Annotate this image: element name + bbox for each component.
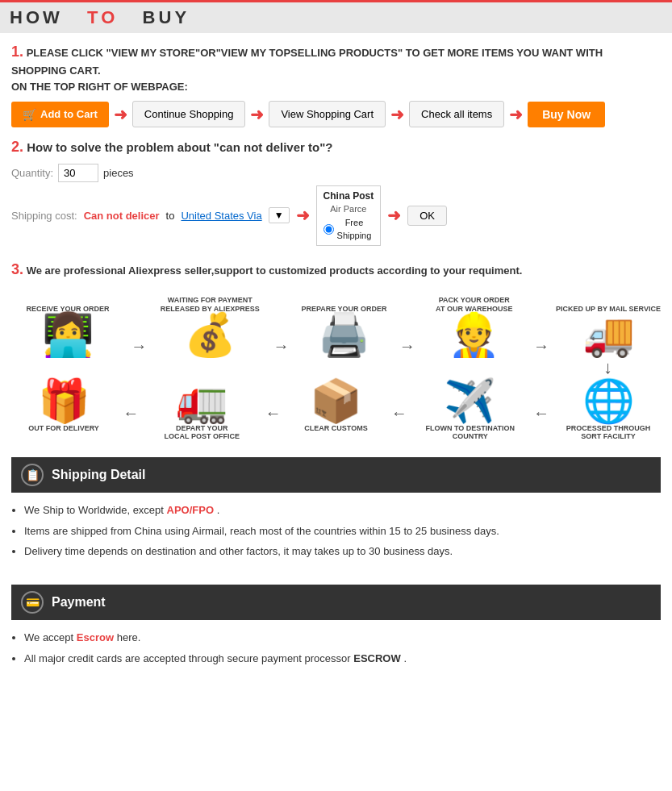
add-to-cart-button[interactable]: 🛒 Add to Cart bbox=[11, 102, 109, 127]
china-post-radio[interactable] bbox=[323, 224, 334, 235]
arrow3: ➜ bbox=[390, 105, 404, 124]
step3-title: 3. We are professional Aliexpress seller… bbox=[11, 259, 661, 281]
arrow-proc3: → bbox=[399, 313, 415, 356]
buy-now-button[interactable]: Buy Now bbox=[528, 102, 605, 127]
payment-text1b: here. bbox=[117, 631, 141, 643]
header-bar: HOW TO BUY bbox=[0, 0, 672, 33]
quantity-input[interactable] bbox=[58, 164, 98, 182]
add-to-cart-label: Add to Cart bbox=[40, 108, 98, 120]
cart-icon: 🛒 bbox=[23, 108, 36, 121]
sort-figure: 🌐 bbox=[582, 380, 635, 422]
arrow4: ➜ bbox=[509, 105, 523, 124]
payment-text2b: . bbox=[403, 652, 407, 664]
shipping-text1b: . bbox=[217, 504, 220, 516]
view-cart-button[interactable]: View Shopping Cart bbox=[269, 101, 386, 127]
process-item-prepare: PREPARE YOUR ORDER 🖨️ bbox=[296, 302, 393, 356]
arrow2: ➜ bbox=[250, 105, 264, 124]
shipping-dropdown[interactable]: ▼ bbox=[269, 207, 290, 223]
process-item-sort: 🌐 PROCESSED THROUGHSORT FACILITY bbox=[556, 380, 661, 442]
process-item-pickup: PICKED UP BY MAIL SERVICE 🚚 bbox=[556, 302, 661, 356]
check-items-button[interactable]: Check all items bbox=[409, 101, 504, 127]
receive-figure: 👩‍💻 bbox=[42, 314, 94, 356]
arrow-proc1: → bbox=[131, 313, 147, 356]
step3-section: 3. We are professional Aliexpress seller… bbox=[11, 259, 661, 446]
process-item-out-delivery: 🎁 OUT FOR DELIVERY bbox=[11, 380, 116, 433]
free-shipping-label: FreeShipping bbox=[337, 217, 372, 242]
payment-figure: 💰 bbox=[184, 314, 236, 356]
title-how: HOW bbox=[10, 7, 63, 27]
arrow-proc2: → bbox=[273, 313, 289, 356]
radio-row: FreeShipping bbox=[323, 217, 374, 242]
shipping-text1a: We Ship to Worldwide, except bbox=[24, 504, 167, 516]
united-states-via-link[interactable]: United States Via bbox=[181, 210, 261, 222]
arrow-proc5: ← bbox=[123, 380, 139, 423]
payment-bullet-list: We accept Escrow here. All major credit … bbox=[11, 620, 661, 681]
arrow-proc4: → bbox=[533, 313, 549, 356]
depart-caption: DEPART YOURLOCAL POST OFFICE bbox=[165, 424, 240, 442]
flown-caption: FLOWN TO DESTINATIONCOUNTRY bbox=[425, 424, 515, 442]
cart-flow: 🛒 Add to Cart ➜ Continue Shopping ➜ View… bbox=[11, 101, 661, 127]
step1-title: 1. PLEASE CLICK "VIEW MY STORE"OR"VIEW M… bbox=[11, 41, 661, 94]
out-delivery-figure: 🎁 bbox=[38, 380, 90, 422]
down-arrow: ↓ bbox=[11, 357, 661, 378]
process-item-pack: PACK YOUR ORDERAT OUR WAREHOUSE 👷 bbox=[422, 294, 527, 356]
payment-bullet2: All major credit cards are accepted thro… bbox=[24, 649, 648, 668]
step1-num: 1. bbox=[11, 44, 23, 60]
prepare-figure: 🖨️ bbox=[318, 314, 370, 356]
step1-section: 1. PLEASE CLICK "VIEW MY STORE"OR"VIEW M… bbox=[11, 41, 661, 127]
step2-num: 2. bbox=[11, 139, 23, 155]
ok-button[interactable]: OK bbox=[407, 206, 447, 226]
process-item-flown: ✈️ FLOWN TO DESTINATIONCOUNTRY bbox=[414, 380, 527, 442]
step2-text: How to solve the problem about "can not … bbox=[27, 140, 332, 154]
payment-section-title: Payment bbox=[52, 595, 106, 610]
shipping-cost-label: Shipping cost: bbox=[11, 210, 77, 222]
shipping-bullet2: Items are shipped from China using Airma… bbox=[24, 522, 648, 540]
process-item-depart: 🚛 DEPART YOURLOCAL POST OFFICE bbox=[145, 380, 258, 442]
shipping-bullet3: Delivery time depends on destination and… bbox=[24, 542, 648, 560]
arrow1: ➜ bbox=[114, 105, 127, 124]
step2-section: 2. How to solve the problem about "can n… bbox=[11, 139, 661, 246]
escrow-highlight: Escrow bbox=[77, 631, 114, 643]
customs-figure: 📦 bbox=[310, 380, 362, 422]
china-post-sub1: Air Parce bbox=[323, 203, 374, 215]
process-item-receive: RECEIVE YOUR ORDER 👩‍💻 bbox=[11, 302, 124, 356]
shipping-section-title: Shipping Detail bbox=[52, 468, 145, 482]
step2-title: 2. How to solve the problem about "can n… bbox=[11, 139, 661, 156]
title-buy: BUY bbox=[143, 7, 190, 27]
arrow6: ➜ bbox=[387, 206, 401, 225]
arrow-proc8: ← bbox=[533, 380, 549, 423]
china-post-box: China Post Air Parce FreeShipping bbox=[316, 185, 382, 246]
shipping-icon: 📋 bbox=[21, 464, 44, 486]
apo-fpo-highlight: APO/FPO bbox=[167, 504, 215, 516]
quantity-row: Quantity: pieces bbox=[11, 164, 661, 182]
page-title: HOW TO BUY bbox=[10, 7, 190, 28]
step3-text: We are professional Aliexpress seller,su… bbox=[27, 264, 523, 277]
process-section: RECEIVE YOUR ORDER 👩‍💻 → WAITING FOR PAY… bbox=[11, 289, 661, 446]
pack-figure: 👷 bbox=[448, 314, 500, 356]
pickup-figure: 🚚 bbox=[582, 314, 635, 356]
to-text: to bbox=[166, 210, 175, 222]
title-to: TO bbox=[87, 7, 118, 27]
continue-shopping-button[interactable]: Continue Shopping bbox=[132, 101, 246, 127]
customs-caption: CLEAR CUSTOMS bbox=[304, 424, 367, 433]
depart-figure: 🚛 bbox=[176, 380, 228, 422]
step1-text2: ON THE TOP RIGHT OF WEBPAGE: bbox=[11, 81, 188, 93]
process-item-payment: WAITING FOR PAYMENTRELEASED BY ALIEXPRES… bbox=[153, 294, 266, 356]
shipping-section-bar: 📋 Shipping Detail bbox=[11, 457, 661, 493]
sort-caption: PROCESSED THROUGHSORT FACILITY bbox=[566, 424, 651, 442]
process-item-customs: 📦 CLEAR CUSTOMS bbox=[288, 380, 385, 433]
china-post-title: China Post bbox=[323, 189, 374, 203]
arrow-proc7: ← bbox=[391, 380, 407, 423]
out-delivery-caption: OUT FOR DELIVERY bbox=[28, 424, 99, 433]
pieces-label: pieces bbox=[103, 167, 134, 179]
arrow5: ➜ bbox=[296, 206, 310, 225]
step1-text: PLEASE CLICK "VIEW MY STORE"OR"VIEW MY T… bbox=[11, 47, 603, 77]
payment-section-bar: 💳 Payment bbox=[11, 585, 661, 620]
shipping-row: Shipping cost: Can not delicer to United… bbox=[11, 185, 661, 246]
escrow-bold: ESCROW bbox=[353, 652, 401, 664]
payment-text1a: We accept bbox=[24, 631, 77, 643]
arrow-proc6: ← bbox=[265, 380, 281, 423]
flown-figure: ✈️ bbox=[444, 380, 496, 422]
shipping-bullet1: We Ship to Worldwide, except APO/FPO . bbox=[24, 501, 648, 519]
quantity-label: Quantity: bbox=[11, 167, 53, 179]
